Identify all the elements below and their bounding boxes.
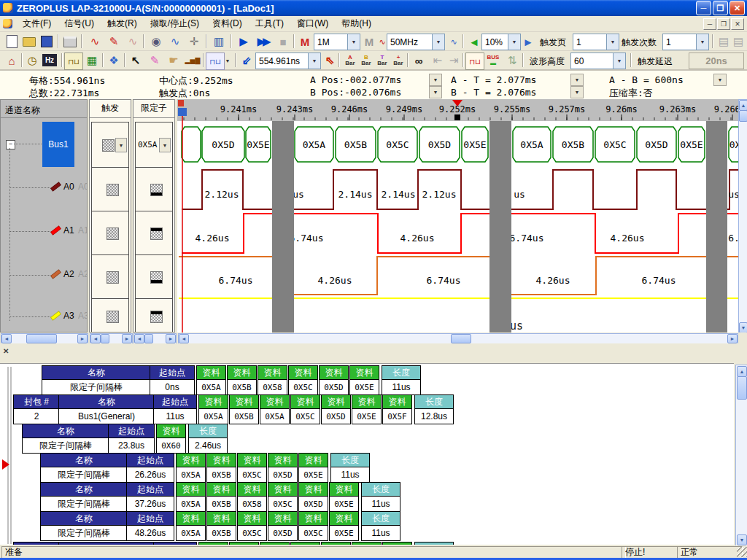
scroll-right-icon[interactable]: ► (77, 334, 88, 343)
pointer-icon[interactable]: ↖ (127, 52, 144, 69)
trigger-advance-icon[interactable]: ∿ (124, 34, 142, 50)
h-scrollbar-2[interactable]: ◄► (133, 333, 177, 344)
bus-icon[interactable]: BUS▬ (484, 52, 502, 69)
b-t-dropdown[interactable]: ▼ (570, 86, 584, 98)
display-ratio-select[interactable]: 10%▼ (481, 34, 521, 50)
scroll-down-icon[interactable]: ▼ (739, 322, 747, 332)
wave-clock-icon[interactable]: ⊓⊔ (465, 52, 484, 70)
trigger-cell-0[interactable]: ▼ (91, 122, 129, 168)
waveform-display[interactable]: 9.241ms9.243ms9.246ms9.249ms9.252ms9.255… (177, 99, 738, 332)
scroll-left-icon[interactable]: ◄ (179, 334, 189, 343)
scroll-right-icon[interactable]: ► (166, 334, 176, 343)
scroll-up-icon[interactable]: ▲ (737, 366, 747, 377)
sample-rate-select[interactable]: 50MHz▼ (387, 34, 445, 50)
restore-icon[interactable]: ❐ (713, 1, 728, 15)
trigger-page-select[interactable]: 1▼ (573, 34, 619, 50)
zoom-range-icon[interactable]: ⇙ (238, 52, 255, 69)
b-pos-dropdown[interactable]: ▼ (429, 86, 442, 98)
menu-item-2[interactable]: 触发(R) (101, 15, 144, 32)
level-select-icon[interactable] (150, 271, 163, 284)
dont-care-icon[interactable] (107, 228, 119, 240)
trigger-right-arrow-icon[interactable]: ► (519, 34, 537, 50)
a-bar-icon[interactable]: ABar (341, 52, 359, 69)
zoom-back-icon[interactable]: ⇖ (321, 52, 338, 69)
trigger-left-arrow-icon[interactable]: ◄ (465, 34, 483, 50)
scroll-right-icon[interactable]: ► (727, 334, 738, 343)
chevron-down-icon[interactable]: ▼ (115, 138, 127, 152)
trigger-cell-3[interactable] (91, 254, 129, 300)
statistics-icon[interactable]: ▂▅▇ (184, 52, 201, 69)
scroll-thumb[interactable] (451, 334, 471, 343)
a-t-dropdown[interactable]: ▼ (570, 74, 584, 86)
close-icon[interactable]: ✕ (729, 1, 745, 15)
level-select-icon[interactable] (150, 184, 163, 196)
numeric-window-icon[interactable]: ▦ (83, 52, 101, 69)
waveform-window-icon[interactable]: ⊓⊔ (64, 52, 83, 70)
wave-height-select[interactable]: 60▼ (570, 52, 626, 69)
scroll-up-icon[interactable]: ▲ (739, 100, 747, 111)
h-scrollbar-1[interactable]: ◄► (90, 333, 133, 344)
menu-item-0[interactable]: 文件(F) (16, 15, 58, 32)
home-icon[interactable]: ⌂ (3, 52, 20, 69)
mdi-close-icon[interactable]: ✕ (731, 18, 744, 30)
a-pos-dropdown[interactable]: ▼ (429, 74, 442, 86)
wave-mode-icon[interactable]: ⊓⊔ (206, 52, 225, 70)
wave-mode-dropdown-icon[interactable]: ▼ (223, 52, 232, 69)
dont-care-icon[interactable] (107, 311, 119, 323)
print-icon[interactable] (61, 34, 79, 50)
dont-care-icon[interactable] (107, 184, 119, 196)
dont-care-icon[interactable] (107, 271, 119, 284)
menu-item-3[interactable]: 撷取/停止(S) (144, 15, 206, 32)
chevron-down-icon[interactable]: ▼ (159, 138, 171, 152)
h-scrollbar-3[interactable]: ◄► (178, 333, 738, 344)
b-bar-icon[interactable]: BBar (357, 52, 375, 69)
trigger-count-select[interactable]: 1▼ (662, 34, 709, 50)
trigger-cell-1[interactable] (91, 167, 129, 212)
navigator-icon[interactable]: ❖ (105, 52, 123, 69)
run-icon[interactable]: ▶ (235, 34, 252, 50)
scroll-thumb[interactable] (737, 376, 747, 400)
packet-panel-close-icon[interactable]: ✕ (3, 347, 9, 355)
trigger-cursor-icon[interactable]: ✛ (185, 34, 203, 50)
packet-vscrollbar[interactable]: ▲ ▼ (735, 365, 747, 546)
scroll-thumb[interactable] (101, 334, 109, 343)
scroll-left-icon[interactable]: ◄ (1, 334, 12, 343)
menu-item-7[interactable]: 帮助(H) (335, 15, 378, 32)
scroll-thumb[interactable] (26, 334, 57, 343)
channel-label-A2[interactable]: A2 (63, 269, 74, 279)
qualifier-cell-3[interactable] (135, 254, 173, 300)
qualifier-cell-4[interactable] (135, 298, 173, 332)
bus-expander[interactable]: − (6, 140, 15, 149)
scroll-down-icon[interactable]: ▼ (737, 534, 747, 545)
t-bar-icon[interactable]: TBar (374, 52, 391, 69)
resize-grip[interactable] (737, 547, 747, 557)
channel-label-A0[interactable]: A0 (63, 182, 74, 192)
save-icon[interactable] (38, 34, 55, 50)
stop-icon[interactable]: ■ (274, 34, 292, 50)
menu-item-6[interactable]: 窗口(W) (290, 15, 335, 32)
memory-depth-select[interactable]: 1M▼ (314, 34, 360, 50)
qualifier-cell-2[interactable] (135, 211, 173, 256)
level-select-icon[interactable] (150, 228, 163, 240)
channel-label-A1[interactable]: A1 (63, 225, 74, 236)
mdi-restore-icon[interactable]: ❐ (717, 18, 730, 30)
open-file-icon[interactable] (20, 34, 38, 50)
bus-name[interactable]: Bus1 (42, 122, 74, 167)
add-bar-icon[interactable]: +Bar (390, 52, 407, 69)
channel-label-A3[interactable]: A3 (63, 311, 74, 321)
trigger-edit-icon[interactable]: ✎ (105, 34, 123, 50)
scroll-left-icon[interactable]: ◄ (134, 334, 144, 343)
find-icon[interactable]: ∞ (410, 52, 427, 69)
level-select-icon[interactable] (150, 311, 163, 323)
scroll-thumb[interactable] (739, 110, 747, 122)
trigger-cell-4[interactable] (91, 298, 129, 332)
trigger-wave-icon[interactable]: ∿ (166, 34, 184, 50)
h-scrollbar-0[interactable]: ◄► (1, 333, 88, 344)
menu-item-1[interactable]: 信号(U) (58, 15, 101, 32)
qualifier-cell-1[interactable] (135, 167, 173, 212)
dont-care-icon[interactable] (102, 139, 115, 152)
scroll-right-icon[interactable]: ► (122, 334, 132, 343)
time-per-div-select[interactable]: 554.961ns▼ (255, 52, 321, 69)
qualifier-cell-0[interactable]: 0X5A▼ (135, 122, 173, 168)
wave-vscrollbar[interactable]: ▲ ▼ (738, 99, 747, 332)
